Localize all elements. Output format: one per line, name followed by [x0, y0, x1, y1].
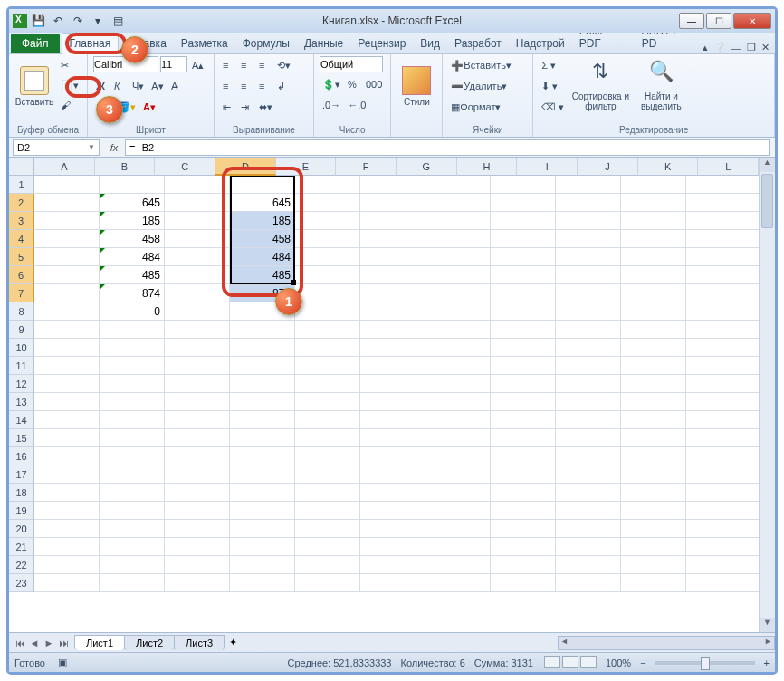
- cell-D12[interactable]: [230, 375, 295, 393]
- number-format-select[interactable]: [320, 56, 383, 72]
- zoom-slider[interactable]: [655, 661, 755, 665]
- cell-E6[interactable]: [295, 266, 360, 284]
- row-header-9[interactable]: 9: [9, 321, 34, 339]
- worksheet-grid[interactable]: ABCDEFGHIJKL 123456789101112131415161718…: [9, 158, 775, 632]
- cell-J13[interactable]: [621, 393, 686, 411]
- currency-button[interactable]: 💲▾: [320, 75, 343, 93]
- cell-A20[interactable]: [34, 520, 100, 538]
- cell-I1[interactable]: [556, 176, 621, 194]
- sheet-nav-prev-icon[interactable]: ◄: [27, 638, 42, 648]
- cell-C3[interactable]: [165, 212, 230, 230]
- cell-H16[interactable]: [491, 447, 556, 465]
- minimize-button[interactable]: —: [679, 13, 704, 29]
- help-icon[interactable]: ❔: [713, 42, 726, 53]
- cell-G7[interactable]: [425, 284, 491, 302]
- row-header-4[interactable]: 4: [9, 230, 34, 248]
- cell-B3[interactable]: 185: [100, 212, 165, 230]
- cell-D2[interactable]: 645: [230, 194, 295, 212]
- cell-D21[interactable]: [230, 538, 295, 556]
- cell-F21[interactable]: [360, 538, 425, 556]
- cell-I15[interactable]: [556, 429, 621, 447]
- cell-D16[interactable]: [230, 447, 295, 465]
- cell-A2[interactable]: [34, 194, 100, 212]
- cell-K7[interactable]: [686, 284, 751, 302]
- cell-K21[interactable]: [686, 538, 751, 556]
- col-header-I[interactable]: I: [517, 158, 578, 176]
- cell-C13[interactable]: [165, 393, 230, 411]
- cell-E20[interactable]: [295, 520, 360, 538]
- cell-G15[interactable]: [425, 429, 491, 447]
- cell-E8[interactable]: [295, 302, 360, 321]
- cell-J14[interactable]: [621, 411, 686, 429]
- cell-C4[interactable]: [165, 230, 230, 248]
- cell-K8[interactable]: [686, 302, 751, 321]
- cell-I17[interactable]: [556, 465, 621, 484]
- cell-J17[interactable]: [621, 465, 686, 484]
- cell-B21[interactable]: [100, 538, 165, 556]
- tab-data[interactable]: Данные: [297, 34, 350, 53]
- cell-K2[interactable]: [686, 194, 751, 212]
- cell-E1[interactable]: [295, 176, 360, 194]
- cell-I11[interactable]: [556, 357, 621, 375]
- cell-I4[interactable]: [556, 230, 621, 248]
- cell-A23[interactable]: [34, 574, 100, 592]
- cell-F6[interactable]: [360, 266, 425, 284]
- cell-C17[interactable]: [165, 465, 230, 484]
- cell-A11[interactable]: [34, 357, 100, 375]
- cell-C18[interactable]: [165, 484, 230, 502]
- cell-I7[interactable]: [556, 284, 621, 302]
- row-header-10[interactable]: 10: [9, 339, 34, 357]
- sort-filter-button[interactable]: ⇅ Сортировка и фильтр: [570, 56, 630, 116]
- merge-button[interactable]: ⬌▾: [256, 98, 275, 116]
- cell-H22[interactable]: [491, 556, 556, 574]
- cell-F13[interactable]: [360, 393, 425, 411]
- font-color-button[interactable]: A▾: [140, 98, 158, 116]
- row-header-6[interactable]: 6: [9, 266, 34, 284]
- cell-J5[interactable]: [621, 248, 686, 266]
- cell-C6[interactable]: [165, 266, 230, 284]
- decrease-indent-button[interactable]: ⇤: [220, 98, 236, 116]
- close-button[interactable]: ✕: [733, 13, 771, 29]
- cell-E23[interactable]: [295, 574, 360, 592]
- cell-C19[interactable]: [165, 502, 230, 520]
- cell-K3[interactable]: [686, 212, 751, 230]
- maximize-button[interactable]: ☐: [706, 13, 731, 29]
- row-header-7[interactable]: 7: [9, 284, 34, 302]
- cell-K9[interactable]: [686, 321, 751, 339]
- cell-G2[interactable]: [425, 194, 491, 212]
- cell-B15[interactable]: [100, 429, 165, 447]
- cell-A3[interactable]: [34, 212, 100, 230]
- cell-C20[interactable]: [165, 520, 230, 538]
- tab-view[interactable]: Вид: [413, 34, 447, 53]
- cell-F18[interactable]: [360, 484, 425, 502]
- cell-G4[interactable]: [425, 230, 491, 248]
- cell-C9[interactable]: [165, 321, 230, 339]
- cell-G23[interactable]: [425, 574, 491, 592]
- cell-I21[interactable]: [556, 538, 621, 556]
- cell-A14[interactable]: [34, 411, 100, 429]
- zoom-in-button[interactable]: +: [764, 657, 770, 668]
- cell-D5[interactable]: 484: [230, 248, 295, 266]
- cell-A4[interactable]: [34, 230, 100, 248]
- tab-layout[interactable]: Разметка: [174, 34, 235, 53]
- sheet-nav-last-icon[interactable]: ⏭: [56, 638, 71, 648]
- cell-H7[interactable]: [491, 284, 556, 302]
- cell-F12[interactable]: [360, 375, 425, 393]
- cell-G18[interactable]: [425, 484, 491, 502]
- cell-G3[interactable]: [425, 212, 491, 230]
- tab-developer[interactable]: Разработ: [447, 34, 509, 53]
- insert-cells-button[interactable]: ➕ Вставить ▾: [448, 56, 514, 74]
- cell-A16[interactable]: [34, 447, 100, 465]
- cell-J6[interactable]: [621, 266, 686, 284]
- row-header-20[interactable]: 20: [9, 520, 34, 538]
- cell-A15[interactable]: [34, 429, 100, 447]
- cell-C11[interactable]: [165, 357, 230, 375]
- cell-A18[interactable]: [34, 484, 100, 502]
- paste-button[interactable]: Вставить: [14, 56, 54, 116]
- cell-B19[interactable]: [100, 502, 165, 520]
- cell-K1[interactable]: [686, 176, 751, 194]
- row-header-18[interactable]: 18: [9, 484, 34, 502]
- cell-E18[interactable]: [295, 484, 360, 502]
- cell-I9[interactable]: [556, 321, 621, 339]
- cell-J18[interactable]: [621, 484, 686, 502]
